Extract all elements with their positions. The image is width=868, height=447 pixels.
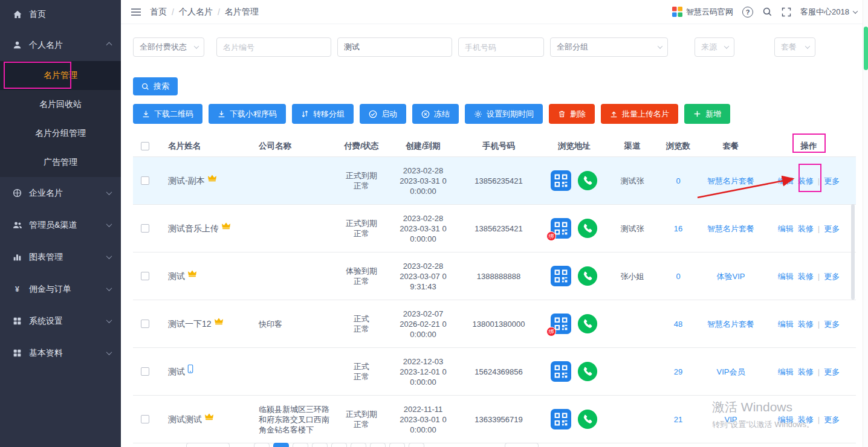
more-link[interactable]: 更多 [824,367,840,377]
pay-status-select[interactable]: 全部付费状态 [133,37,204,57]
card-no-input[interactable] [216,37,331,57]
sidebar-item-basic-info[interactable]: 基本资料 [0,337,121,369]
page-size-select[interactable] [505,443,539,447]
table-row: 测试测试临颍县新城区三环路和府东路交叉口西南角金钻名客楼下正式到期正常2022-… [133,396,856,443]
keyword-input[interactable] [337,37,452,57]
more-link[interactable]: 更多 [824,319,840,329]
breadcrumb-home[interactable]: 首页 [150,7,167,18]
row-checkbox[interactable] [141,224,149,233]
group-select[interactable]: 全部分组 [550,37,668,57]
sidebar-subitem-card-recycle-bin[interactable]: 名片回收站 [0,90,121,119]
official-site-link[interactable]: 智慧云码官网 [672,7,733,18]
page-scrollbar-thumb[interactable] [864,27,868,70]
decorate-link[interactable]: 装修 [798,319,814,329]
search-icon[interactable] [762,7,772,17]
menu-toggle-icon[interactable] [131,7,141,17]
pagination-page-button[interactable] [273,443,289,447]
pagination-page-button[interactable] [293,443,308,447]
package-name[interactable]: VIP [700,396,762,443]
transfer-group-button[interactable]: 转移分组 [292,104,354,124]
breadcrumb-personal-cards[interactable]: 个人名片 [179,7,213,18]
download-qrcode-button[interactable]: 下载二维码 [133,104,202,124]
decorate-link[interactable]: 装修 [798,414,814,425]
package-name[interactable]: 智慧名片套餐 [700,300,762,347]
sidebar-item-commission-and-orders[interactable]: ¥佣金与订单 [0,273,121,305]
pagination-page-button[interactable] [312,443,328,447]
views-count[interactable]: 16 [656,205,700,252]
phone-link-icon[interactable] [577,409,598,429]
sidebar-subitem-card-management[interactable]: 名片管理 [0,61,121,90]
qrcode-icon[interactable] [551,409,571,429]
pagination-page-button[interactable] [331,443,347,447]
fullscreen-icon[interactable] [782,7,791,17]
edit-link[interactable]: 编辑 [778,271,794,281]
package-name[interactable]: 智慧名片套餐 [700,205,762,252]
more-link[interactable]: 更多 [824,176,840,186]
user-menu[interactable]: 客服中心2018 [800,7,857,18]
edit-link[interactable]: 编辑 [778,319,794,329]
more-link[interactable]: 更多 [824,271,840,281]
qrcode-icon[interactable]: 绑 [551,314,571,334]
edit-link[interactable]: 编辑 [778,414,794,425]
views-count[interactable]: 48 [656,300,700,347]
select-all-checkbox[interactable] [141,142,149,150]
pagination-page-button[interactable] [389,443,405,447]
views-count[interactable]: 29 [656,348,700,395]
pagination-prev-button[interactable] [254,443,270,447]
qrcode-icon[interactable] [551,361,571,382]
sidebar-item-admin-and-channel[interactable]: 管理员&渠道 [0,209,121,241]
decorate-link[interactable]: 装修 [798,271,814,281]
decorate-link[interactable]: 装修 [798,367,814,377]
package-name[interactable]: 智慧名片套餐 [700,157,762,204]
row-checkbox[interactable] [141,272,149,280]
table-scrollbar[interactable] [851,204,855,300]
more-link[interactable]: 更多 [824,224,840,234]
row-checkbox[interactable] [141,176,149,185]
set-expire-time-button[interactable]: 设置到期时间 [465,104,543,124]
pagination-page-button[interactable] [370,443,386,447]
views-count[interactable]: 0 [656,157,700,204]
enable-button[interactable]: 启动 [360,104,406,124]
qrcode-icon[interactable] [551,170,571,191]
phone-link-icon[interactable] [577,314,598,334]
pagination-next-button[interactable] [409,443,424,447]
row-checkbox[interactable] [141,367,149,376]
package-name[interactable]: VIP会员 [700,348,762,395]
phone-link-icon[interactable] [577,361,598,382]
more-link[interactable]: 更多 [824,414,840,425]
package-name[interactable]: 体验VIP [700,252,762,300]
add-new-button[interactable]: 新增 [684,104,730,124]
sidebar-item-system-settings[interactable]: 系统设置 [0,305,121,337]
freeze-button[interactable]: 冻结 [412,104,459,124]
sidebar-subitem-card-group-management[interactable]: 名片分组管理 [0,119,121,148]
sidebar-item-home[interactable]: 首页 [0,0,121,29]
decorate-link[interactable]: 装修 [798,176,814,186]
help-icon[interactable]: ? [742,7,753,18]
batch-upload-cards-button[interactable]: 批量上传名片 [601,104,678,124]
qrcode-icon[interactable] [551,266,571,286]
phone-link-icon[interactable] [577,266,598,286]
source-select[interactable]: 来源 [695,37,734,57]
search-button[interactable]: 搜索 [133,77,178,95]
sidebar-subitem-ad-management[interactable]: 广告管理 [0,148,121,177]
edit-link[interactable]: 编辑 [778,176,794,186]
edit-link[interactable]: 编辑 [778,224,794,234]
row-checkbox[interactable] [141,320,149,328]
download-miniprogram-code-button[interactable]: 下载小程序码 [209,104,286,124]
pagination-page-button[interactable] [351,443,366,447]
sidebar-item-enterprise-cards[interactable]: 企业名片 [0,177,121,209]
phone-input[interactable] [458,37,544,57]
edit-link[interactable]: 编辑 [778,367,794,377]
views-count[interactable]: 21 [656,396,700,443]
package-select[interactable]: 套餐 [774,37,815,57]
phone-link-icon[interactable] [577,218,598,239]
yen-icon: ¥ [12,285,22,294]
phone-link-icon[interactable] [577,170,598,191]
views-count[interactable]: 0 [656,252,700,300]
delete-button[interactable]: 删除 [549,104,595,124]
qrcode-icon[interactable]: 绑 [551,218,571,239]
sidebar-item-chart-management[interactable]: 图表管理 [0,241,121,273]
decorate-link[interactable]: 装修 [798,224,814,234]
sidebar-item-personal-cards[interactable]: 个人名片 [0,29,121,61]
row-checkbox[interactable] [141,415,149,423]
